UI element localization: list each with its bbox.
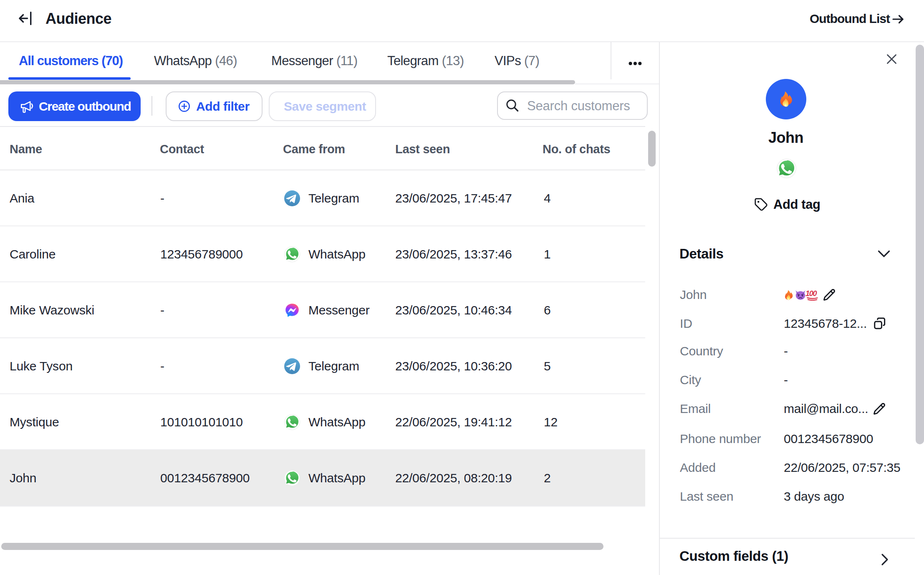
svg-text:100: 100: [805, 289, 817, 298]
